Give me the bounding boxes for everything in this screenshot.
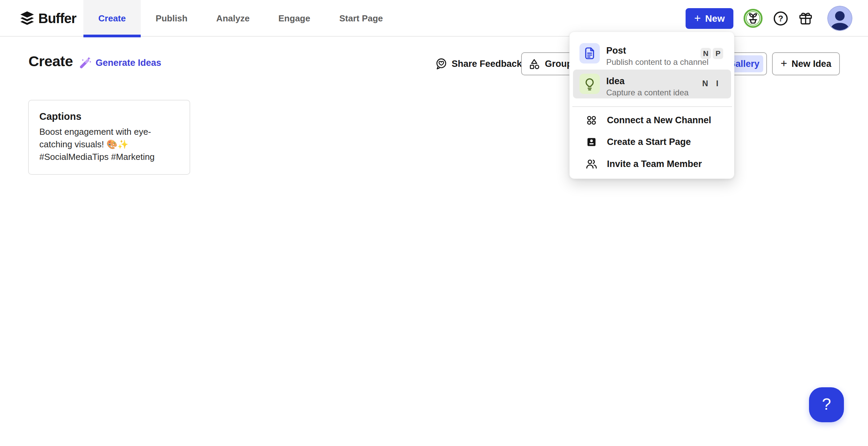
top-nav: Buffer Create Publish Analyze Engage Sta… bbox=[0, 0, 868, 37]
plus-icon: + bbox=[781, 58, 787, 69]
avatar-icon bbox=[827, 6, 852, 31]
menu-idea-title: Idea bbox=[606, 76, 625, 87]
buffer-app: Buffer Create Publish Analyze Engage Sta… bbox=[0, 0, 868, 446]
buffer-logo[interactable]: Buffer bbox=[19, 0, 76, 37]
shortcut-key-n: N bbox=[701, 48, 711, 59]
new-button[interactable]: + New bbox=[686, 8, 733, 29]
tab-engage[interactable]: Engage bbox=[273, 0, 316, 37]
active-tab-underline bbox=[83, 35, 141, 37]
tab-publish[interactable]: Publish bbox=[149, 0, 194, 37]
idea-card-body: Boost engagement with eye-catching visua… bbox=[39, 126, 183, 163]
plus-icon: + bbox=[694, 13, 701, 24]
share-feedback-label: Share Feedback bbox=[452, 59, 522, 69]
help-fab-glyph: ? bbox=[822, 395, 831, 413]
new-dropdown-menu: Post Publish content to a channel N P Id… bbox=[569, 32, 734, 179]
tab-create-label: Create bbox=[98, 13, 126, 24]
menu-divider bbox=[572, 106, 732, 107]
tab-analyze[interactable]: Analyze bbox=[210, 0, 256, 37]
idea-card-captions[interactable]: Captions Boost engagement with eye-catch… bbox=[28, 100, 190, 175]
menu-item-invite-team-member[interactable]: Invite a Team Member bbox=[572, 154, 732, 174]
invite-team-member-label: Invite a Team Member bbox=[607, 159, 702, 169]
generate-ideas-button[interactable]: Generate Ideas bbox=[79, 55, 161, 70]
menu-idea-subtitle: Capture a content idea bbox=[606, 88, 689, 97]
menu-item-connect-channel[interactable]: Connect a New Channel bbox=[572, 110, 732, 130]
team-members-icon bbox=[586, 158, 597, 170]
connect-channel-label: Connect a New Channel bbox=[607, 115, 711, 126]
tab-start-page[interactable]: Start Page bbox=[332, 0, 391, 37]
channels-grid-icon bbox=[586, 114, 597, 126]
post-document-icon bbox=[583, 46, 597, 60]
new-idea-button[interactable]: + New Idea bbox=[772, 52, 840, 75]
shortcut-key-n: N bbox=[702, 79, 708, 88]
magic-wand-icon bbox=[79, 56, 92, 69]
gift-icon bbox=[798, 11, 813, 26]
share-feedback-button[interactable]: Share Feedback bbox=[435, 57, 522, 71]
growth-plant-button[interactable] bbox=[743, 8, 763, 28]
help-circle-icon: ? bbox=[773, 11, 788, 26]
buffer-logo-icon bbox=[19, 11, 35, 26]
idea-card-title: Captions bbox=[39, 111, 81, 122]
help-glyph: ? bbox=[778, 14, 783, 23]
plant-icon bbox=[743, 8, 763, 28]
menu-post-subtitle: Publish content to a channel bbox=[606, 57, 709, 67]
shapes-icon bbox=[528, 58, 540, 70]
idea-lightbulb-icon bbox=[583, 77, 597, 91]
tab-publish-label: Publish bbox=[156, 13, 188, 24]
gift-button[interactable] bbox=[798, 11, 813, 26]
avatar[interactable] bbox=[827, 6, 852, 31]
help-button[interactable]: ? bbox=[773, 11, 788, 26]
tab-analyze-label: Analyze bbox=[216, 13, 250, 24]
menu-item-create-start-page[interactable]: Create a Start Page bbox=[572, 132, 732, 152]
new-button-label: New bbox=[705, 13, 725, 24]
tab-start-page-label: Start Page bbox=[339, 13, 383, 24]
start-page-card-icon bbox=[586, 136, 597, 148]
idea-icon-tile bbox=[579, 74, 600, 94]
tab-create[interactable]: Create bbox=[83, 0, 141, 37]
page-title: Create bbox=[28, 53, 73, 70]
generate-ideas-label: Generate Ideas bbox=[96, 58, 161, 68]
shortcut-key-p: P bbox=[713, 48, 723, 59]
help-fab[interactable]: ? bbox=[809, 387, 844, 422]
tab-engage-label: Engage bbox=[278, 13, 310, 24]
shortcut-key-i: I bbox=[716, 79, 718, 88]
post-icon-tile bbox=[579, 43, 600, 63]
feedback-heart-bubble-icon bbox=[435, 58, 447, 70]
buffer-wordmark: Buffer bbox=[38, 11, 76, 26]
create-start-page-label: Create a Start Page bbox=[607, 137, 691, 147]
new-idea-label: New Idea bbox=[792, 59, 831, 69]
menu-post-title: Post bbox=[606, 45, 626, 56]
